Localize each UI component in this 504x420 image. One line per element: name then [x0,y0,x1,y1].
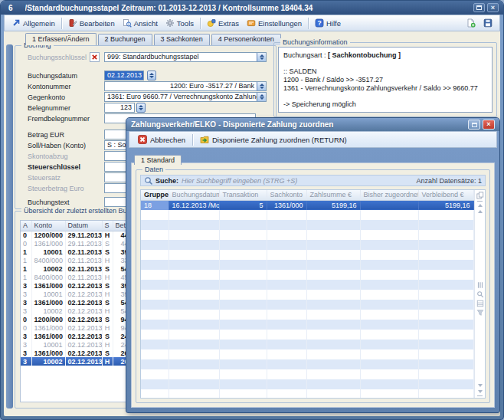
cell [219,240,267,250]
cell [267,230,306,240]
disponierte-zahlung-row[interactable]: 1816.12.2013 /Mo51361/0005199,165199,16 [141,200,474,210]
menu-extras[interactable]: Extras [203,17,243,29]
page-up-icon[interactable] [478,210,483,213]
cell: 02.11.2013 [65,273,102,281]
dialog-tab-standard[interactable]: 1 Standard [134,155,182,165]
cell: H [102,340,113,349]
copy-icon[interactable] [476,192,484,199]
new-document-button[interactable] [463,17,479,29]
cell [418,310,473,320]
cell: 1361/000 [31,298,65,307]
cell [141,280,169,290]
buchungsart-label: Buchungsart : [283,51,326,59]
menu-bearbeiten[interactable]: Bearbeiten [64,17,119,29]
cell [360,220,418,230]
cell: 5199,16 [306,200,360,210]
scroll-up-icon[interactable] [478,204,483,207]
salden-line: 1200 - Bank / Saldo >> -3517.27 [283,76,487,84]
cell [219,280,267,290]
cell [360,210,418,220]
cell [219,210,267,220]
tab-personenkonten[interactable]: 4 Personenkonten [211,34,281,45]
cell: H [102,323,113,332]
soll-haben-label: Soll/Haben (Konto) [28,141,86,150]
menu-ansicht[interactable]: Ansicht [119,17,162,29]
menu-tools[interactable]: Tools [162,17,198,29]
column-header[interactable]: Sachkonto [267,190,306,200]
column-header[interactable]: Konto [31,221,65,231]
cell [306,240,360,250]
menu-label: Ansicht [134,19,158,28]
cell: S [102,239,113,248]
buchungsdatum-input[interactable]: 02.12.2013 [104,71,144,80]
kontonummer-combo[interactable]: 1200: Euro -3517.27 / Bank [104,81,267,91]
column-header[interactable]: Zahlsumme € [306,190,360,200]
dialog-body: 1 Standard Daten Suche: Hier Suchbegriff… [129,149,497,410]
buchungsdatum-value: 02.12.2013 [105,71,143,80]
column-header[interactable]: S [102,221,113,231]
clear-red-x-button[interactable] [90,52,100,62]
cell [141,250,169,260]
column-header[interactable]: Verbleibend € [418,190,473,200]
dialog-close-button[interactable]: × [483,120,495,130]
cell [306,290,360,300]
dialog-restore-button[interactable] [468,120,480,130]
scroll-top-icon[interactable] [477,201,483,202]
grid-icon[interactable] [476,300,484,307]
save-button[interactable] [479,17,496,29]
empty-row [141,320,474,330]
close-button[interactable]: × [487,3,499,12]
cell [306,330,360,340]
tab-erfassen-aendern[interactable]: 1 Erfassen/Ändern [25,33,97,45]
empty-row [141,389,474,398]
column-header[interactable]: A [21,221,31,231]
menu-hilfe[interactable]: ? Hilfe [311,17,345,29]
search-input[interactable]: Hier Suchbegriff eingeben (STRG +S) [182,177,413,185]
column-header[interactable]: Datum [65,221,102,231]
cell: 1361/000 [31,323,65,332]
restore-button[interactable] [473,3,485,12]
zahlungsverkehr-dialog: Zahlungsverkehr/ELKO - Disponierte Zahlu… [126,117,500,413]
spinner-icon[interactable] [257,53,266,61]
app-window: 6 /Standardbuchungsstapel Zeitraum: 01.2… [0,0,504,420]
scroll-down-icon[interactable] [478,390,483,393]
columns-icon[interactable] [476,281,484,289]
cell: S [102,349,113,357]
belegnummer-value: 123 [105,103,134,112]
column-header[interactable]: Gruppe [141,190,169,200]
cell [418,369,473,379]
column-header[interactable]: Buchungsdatum [169,190,219,200]
cell [219,290,267,300]
toolbar-separator [192,134,193,146]
belegnummer-input[interactable]: 123 [104,103,135,113]
cell: 02.12.2013 [65,332,102,340]
column-header[interactable]: Bisher zugeordnet [360,190,418,200]
menu-label: Bearbeiten [80,19,115,28]
abbrechen-button[interactable]: Abbrechen [133,133,190,146]
search-small-icon[interactable] [476,290,484,298]
cell [360,349,418,359]
menu-einstellungen[interactable]: Einstellungen [243,17,306,29]
gegenkonto-combo[interactable]: 1361: Euro 9660.77 / Verrechnungskonto Z… [104,92,267,102]
cell [360,260,418,270]
buchungsschluessel-combo[interactable]: 999: Standardbuchungsstapel [104,52,267,62]
belegnummer-spinner[interactable] [136,103,146,113]
date-spinner[interactable] [147,71,156,80]
spinner-icon[interactable] [257,93,266,101]
dialog-header-row[interactable]: Gruppe Buchungsdatum Transaktion Sachkon… [141,190,474,200]
search-bar[interactable]: Suche: Hier Suchbegriff eingeben (STRG +… [140,175,486,186]
tab-sachkonten[interactable]: 3 Sachkonten [154,34,210,45]
scroll-bottom-icon[interactable] [477,395,483,396]
cell [169,369,219,379]
cell [418,349,473,359]
zahlung-zuordnen-button[interactable]: Disponierte Zahlung zuordnen (RETURN) [195,133,352,146]
filter-icon[interactable] [476,309,484,317]
tab-buchungen[interactable]: 2 Buchungen [98,34,152,45]
column-header[interactable]: Transaktion [219,190,267,200]
page-down-icon[interactable] [478,384,483,387]
spinner-icon[interactable] [257,82,266,90]
menu-label: Extras [218,19,239,28]
cell: 3 [21,290,31,298]
menu-allgemein[interactable]: Allgemein [8,17,59,29]
cell: 3 [21,349,31,357]
